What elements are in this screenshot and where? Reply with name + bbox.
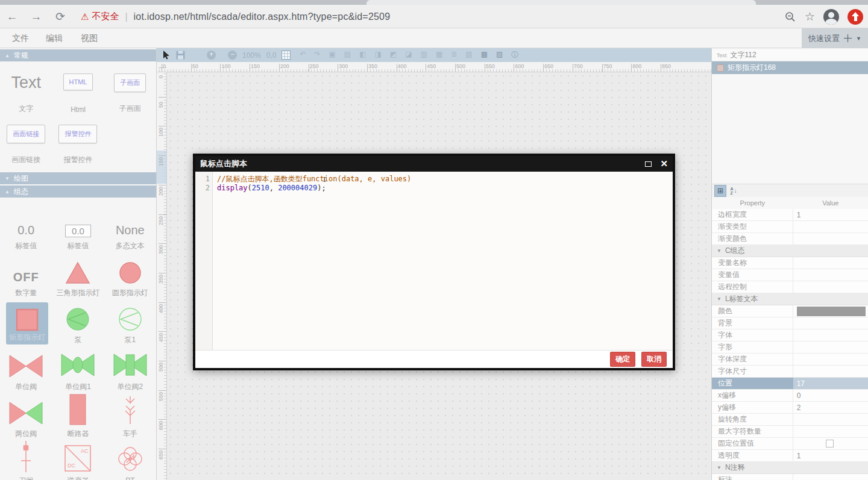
- sort-az-icon[interactable]: AZ↓: [728, 185, 740, 197]
- property-value[interactable]: 1: [793, 209, 868, 220]
- save-icon[interactable]: [176, 51, 185, 60]
- property-value[interactable]: [793, 438, 868, 449]
- categorized-view-icon[interactable]: ⊞: [714, 185, 726, 197]
- property-row-远程控制[interactable]: 远程控制: [712, 281, 868, 293]
- palette-item-rect-indicator[interactable]: 矩形指示灯: [6, 302, 48, 344]
- property-value[interactable]: [793, 354, 868, 365]
- quick-settings[interactable]: 快速设置 ▼: [802, 28, 868, 48]
- property-row-边框宽度[interactable]: 边框宽度1: [712, 209, 868, 221]
- property-row-变量名称[interactable]: 变量名称: [712, 257, 868, 269]
- property-value[interactable]: [793, 329, 868, 341]
- menu-edit[interactable]: 编辑: [46, 33, 63, 44]
- property-row-旋转角度[interactable]: 旋转角度: [712, 414, 868, 426]
- code-editor[interactable]: 1//鼠标点击脚本,函数类型function(data, e, values)2…: [195, 172, 673, 350]
- property-value[interactable]: 2: [793, 402, 868, 413]
- menu-view[interactable]: 视图: [81, 33, 98, 44]
- maximize-icon[interactable]: [645, 161, 652, 167]
- reload-icon[interactable]: ⟳: [48, 10, 72, 23]
- property-value[interactable]: 1: [793, 450, 868, 461]
- security-warning[interactable]: ⚠ 不安全: [81, 11, 119, 22]
- property-row-渐变颜色[interactable]: 渐变颜色: [712, 233, 868, 245]
- property-row-标注[interactable]: 标注: [712, 474, 868, 480]
- palette-item-circle-indicator[interactable]: 圆形指示灯: [104, 253, 156, 300]
- property-value[interactable]: [793, 305, 868, 317]
- zoom-out-icon[interactable]: [784, 11, 796, 23]
- property-value[interactable]: [793, 281, 868, 293]
- palette-item-pump-outline[interactable]: 泵1: [104, 300, 156, 347]
- property-row-字体[interactable]: 字体: [712, 329, 868, 341]
- select-cursor-icon[interactable]: [163, 51, 171, 60]
- palette-item-cart[interactable]: 车手: [104, 394, 156, 441]
- palette-item-valve-pink[interactable]: 单位阀: [0, 347, 52, 394]
- zoom-out-canvas-icon[interactable]: −: [228, 51, 237, 60]
- menu-file[interactable]: 文件: [12, 33, 29, 44]
- palette-item-valve-green-ellipse[interactable]: 单位阀1: [52, 347, 104, 394]
- property-value[interactable]: [793, 426, 868, 437]
- palette-item-subscreen[interactable]: 子画面 子画面: [104, 69, 156, 120]
- ok-button[interactable]: 确定: [610, 352, 635, 367]
- property-value[interactable]: 0: [793, 390, 868, 401]
- color-swatch[interactable]: [797, 307, 866, 316]
- palette-item-text-3[interactable]: OFF数字量: [0, 253, 52, 300]
- property-row-颜色[interactable]: 颜色: [712, 305, 868, 317]
- object-list-item-text[interactable]: Text 文字112: [712, 49, 868, 61]
- palette-item-inverter[interactable]: ACDC逆变器: [52, 441, 104, 480]
- property-row-变量值[interactable]: 变量值: [712, 269, 868, 281]
- property-row-背景[interactable]: 背景: [712, 317, 868, 329]
- property-value[interactable]: [793, 366, 868, 377]
- property-row-字体深度[interactable]: 字体深度: [712, 354, 868, 366]
- palette-item-text-0[interactable]: 0.0标签值: [0, 206, 52, 253]
- property-value[interactable]: [793, 257, 868, 269]
- palette-item-screen-link[interactable]: 画面链接 画面链接: [0, 120, 52, 171]
- property-row-y偏移[interactable]: y偏移2: [712, 402, 868, 414]
- property-value[interactable]: [793, 341, 868, 353]
- property-row-字形[interactable]: 字形: [712, 341, 868, 354]
- dialog-titlebar[interactable]: 鼠标点击脚本 ✕: [195, 156, 673, 172]
- browser-update-icon[interactable]: [848, 9, 863, 25]
- checkbox[interactable]: [826, 440, 834, 447]
- property-group-C组态[interactable]: ▼C组态: [712, 245, 868, 257]
- profile-avatar-icon[interactable]: [823, 9, 839, 25]
- property-row-字体尺寸[interactable]: 字体尺寸: [712, 366, 868, 378]
- bookmark-star-icon[interactable]: ☆: [805, 10, 815, 23]
- palette-item-valve-green-rect[interactable]: 单位阀2: [104, 347, 156, 394]
- property-value[interactable]: [793, 317, 868, 329]
- palette-item-html[interactable]: HTML Html: [52, 69, 104, 120]
- code-line[interactable]: 2display(2510, 200004029);: [195, 184, 673, 193]
- section-drawing[interactable]: ▼ 绘图: [0, 172, 156, 184]
- property-value[interactable]: [793, 414, 868, 425]
- palette-item-knife-switch[interactable]: 刀闸: [0, 441, 52, 480]
- property-value[interactable]: [793, 221, 868, 232]
- property-row-x偏移[interactable]: x偏移0: [712, 390, 868, 402]
- code-line[interactable]: 1//鼠标点击脚本,函数类型function(data, e, values): [195, 175, 673, 184]
- zoom-in-icon[interactable]: +: [207, 51, 216, 60]
- property-value[interactable]: [793, 474, 868, 480]
- palette-item-text-2[interactable]: None多态文本: [104, 206, 156, 253]
- property-group-N注释[interactable]: ▼N注释: [712, 462, 868, 474]
- palette-item-alarm-control[interactable]: 报警控件 报警控件: [52, 120, 104, 171]
- back-icon[interactable]: ←: [0, 10, 24, 23]
- property-value[interactable]: [793, 233, 868, 245]
- property-group-L标签文本[interactable]: ▼L标签文本: [712, 293, 868, 305]
- palette-item-pt[interactable]: PT: [104, 441, 156, 480]
- palette-item-text[interactable]: Text 文字: [0, 69, 52, 120]
- property-row-渐变类型[interactable]: 渐变类型: [712, 221, 868, 233]
- section-general[interactable]: ▲ 常规: [0, 49, 156, 61]
- forward-icon[interactable]: →: [24, 10, 48, 23]
- property-row-位置[interactable]: 位置17: [712, 378, 868, 390]
- cancel-button[interactable]: 取消: [641, 352, 667, 367]
- palette-item-valve-two-color[interactable]: 两位阀: [0, 394, 52, 441]
- close-icon[interactable]: ✕: [660, 158, 668, 169]
- url-text[interactable]: iot.idosp.net/html/scada/editor.aspx.htm…: [134, 11, 391, 22]
- palette-item-pump[interactable]: 泵: [52, 300, 104, 347]
- property-row-固定位置值[interactable]: 固定位置值: [712, 438, 868, 450]
- chevron-down-icon[interactable]: ▼: [856, 36, 861, 42]
- palette-item-text-1[interactable]: 0.0标签值: [52, 206, 104, 253]
- property-row-透明度[interactable]: 透明度1: [712, 450, 868, 462]
- palette-item-breaker[interactable]: 断路器: [52, 394, 104, 441]
- palette-item-triangle-indicator[interactable]: 三角形指示灯: [52, 253, 104, 300]
- object-list-item-rect-indicator[interactable]: 矩形指示灯168: [712, 61, 868, 74]
- grid-toggle-icon[interactable]: [281, 51, 291, 60]
- section-scada[interactable]: ▲ 组态: [0, 185, 156, 198]
- active-tab[interactable]: [366, 0, 756, 5]
